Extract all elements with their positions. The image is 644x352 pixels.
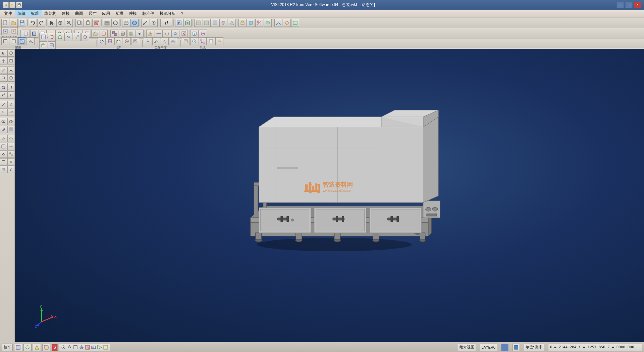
- side-measure-dist[interactable]: [0, 101, 7, 108]
- side-boolean-sub[interactable]: [7, 118, 15, 125]
- tb-g1[interactable]: [146, 30, 154, 38]
- tb-a5[interactable]: [228, 19, 236, 27]
- menu-wireframe[interactable]: 线架构: [42, 10, 59, 17]
- menu-build[interactable]: 建模: [59, 10, 72, 17]
- menu-surface[interactable]: 曲面: [72, 10, 86, 17]
- sb-color-swatch[interactable]: [501, 344, 508, 351]
- tb-delete[interactable]: [92, 19, 100, 27]
- tb-view1[interactable]: [98, 37, 106, 45]
- side-arc[interactable]: [7, 67, 15, 74]
- side-rect[interactable]: [0, 74, 7, 82]
- side-boolean-union[interactable]: [0, 118, 7, 125]
- side-rotate[interactable]: [7, 49, 15, 57]
- menu-stamp[interactable]: 冲模: [126, 10, 140, 17]
- tb-h1[interactable]: [191, 30, 199, 38]
- tb-ti-icon[interactable]: tI: [160, 19, 172, 27]
- tb-sys5[interactable]: [215, 37, 223, 45]
- tb-d1[interactable]: [22, 30, 30, 38]
- side-chamfer[interactable]: [7, 91, 15, 99]
- tb-a2[interactable]: [203, 19, 211, 27]
- tb-g5[interactable]: [180, 30, 188, 38]
- side-measure-angle[interactable]: [7, 101, 15, 108]
- side-transform[interactable]: [0, 126, 7, 133]
- tb-new[interactable]: □: [3, 2, 9, 8]
- tb-c3[interactable]: [291, 19, 299, 27]
- menu-help[interactable]: ?: [178, 11, 186, 17]
- tb-img2[interactable]: [48, 33, 56, 41]
- tb-img4[interactable]: [64, 33, 72, 41]
- tb-view5[interactable]: [131, 37, 139, 45]
- menu-standard[interactable]: 标准: [28, 10, 42, 17]
- tb-b4[interactable]: [264, 19, 272, 27]
- sb-icon4[interactable]: [42, 344, 50, 351]
- side-dim[interactable]: DIM: [7, 108, 15, 116]
- side-misc2[interactable]: [7, 135, 15, 142]
- main-viewport[interactable]: 【 】 智造资料网 www.zizaoziliao.com X Y Z: [15, 49, 644, 342]
- side-fillet[interactable]: [0, 91, 7, 99]
- tb-view-iso[interactable]: [122, 19, 130, 27]
- tb-g4[interactable]: [171, 30, 179, 38]
- tb-shape4[interactable]: [26, 37, 35, 45]
- tb-save[interactable]: 💾: [16, 2, 22, 8]
- tb-img8[interactable]: [48, 41, 56, 49]
- tb-a4[interactable]: [219, 19, 227, 27]
- menu-file[interactable]: 文件: [1, 10, 15, 17]
- tb-sys1[interactable]: [182, 37, 190, 45]
- tb-e4[interactable]: [100, 30, 108, 38]
- tb-img1[interactable]: H: [39, 33, 47, 41]
- menu-std-parts[interactable]: 标准件: [140, 10, 157, 17]
- tb-wp3[interactable]: [161, 37, 169, 45]
- tb-paste[interactable]: [84, 19, 92, 27]
- tb-b3[interactable]: [255, 19, 263, 27]
- side-misc10[interactable]: [7, 166, 15, 173]
- tb-h2[interactable]: [199, 30, 207, 38]
- tb-img7[interactable]: [39, 41, 47, 49]
- tb-b1[interactable]: [238, 19, 247, 27]
- tb-f2[interactable]: [119, 30, 127, 38]
- menu-apply[interactable]: 应用: [99, 10, 113, 17]
- menu-dim[interactable]: 尺寸: [86, 10, 99, 17]
- tb-wp1[interactable]: [144, 37, 152, 45]
- side-misc5[interactable]: [0, 150, 7, 158]
- tb-c1[interactable]: [274, 19, 282, 27]
- side-misc9[interactable]: [0, 166, 7, 173]
- tb-shape1[interactable]: [1, 37, 9, 45]
- tb-snap[interactable]: [150, 19, 158, 27]
- side-text[interactable]: A: [0, 108, 7, 116]
- side-circle[interactable]: [7, 74, 15, 82]
- side-misc6[interactable]: [7, 150, 15, 158]
- menu-flow[interactable]: 模流分析: [157, 10, 178, 17]
- tb-c2[interactable]: [283, 19, 291, 27]
- tb-view-3d[interactable]: [130, 19, 139, 27]
- side-misc8[interactable]: [7, 158, 15, 166]
- tb-copy[interactable]: [75, 19, 84, 27]
- tb-b2[interactable]: [247, 19, 255, 27]
- tb-open[interactable]: 📂: [9, 2, 15, 8]
- tb-redo[interactable]: [37, 19, 45, 27]
- tb-img6[interactable]: [81, 33, 89, 41]
- side-extrude[interactable]: [0, 84, 7, 91]
- menu-edit[interactable]: 编辑: [15, 10, 28, 17]
- menu-mold[interactable]: 塑模: [113, 10, 126, 17]
- side-revolve[interactable]: [7, 84, 15, 91]
- tb-undo[interactable]: [29, 19, 37, 27]
- side-zoom-fit[interactable]: [7, 57, 15, 64]
- tb-save-file[interactable]: [18, 19, 26, 27]
- tb-a3[interactable]: [211, 19, 219, 27]
- sb-icon2[interactable]: [23, 344, 32, 351]
- sb-icon1[interactable]: [14, 344, 22, 351]
- tb-img3[interactable]: [56, 33, 64, 41]
- tb-sys2[interactable]: S: [190, 37, 198, 45]
- tb-layers[interactable]: [103, 19, 111, 27]
- tb-new-doc[interactable]: [1, 19, 9, 27]
- tb-render1[interactable]: [175, 19, 183, 27]
- maximize-button[interactable]: □: [625, 2, 633, 8]
- tb-g3[interactable]: [163, 30, 171, 38]
- tb-zoom[interactable]: [65, 19, 73, 27]
- tb-attr1[interactable]: A: [1, 27, 9, 35]
- sb-fill-toggle[interactable]: [513, 344, 520, 351]
- side-misc7[interactable]: [0, 158, 7, 166]
- tb-view2[interactable]: [106, 37, 114, 45]
- tb-shape3[interactable]: [18, 37, 26, 45]
- tb-sys3[interactable]: [199, 37, 207, 45]
